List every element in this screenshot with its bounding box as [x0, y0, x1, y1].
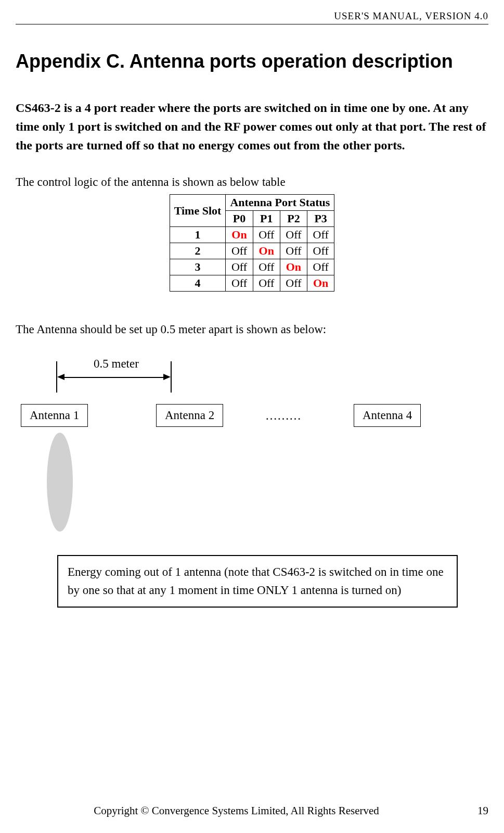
cell: On — [280, 259, 307, 275]
page-footer: Copyright © Convergence Systems Limited,… — [16, 804, 488, 817]
table-row: 4 Off Off Off On — [170, 275, 334, 292]
port-p1-header: P1 — [253, 211, 280, 227]
port-p2-header: P2 — [280, 211, 307, 227]
copyright-text: Copyright © Convergence Systems Limited,… — [16, 804, 457, 817]
table-row: 1 On Off Off Off — [170, 227, 334, 243]
cell: On — [253, 243, 280, 259]
setup-paragraph: The Antenna should be set up 0.5 meter a… — [16, 323, 488, 336]
slot-2: 2 — [170, 243, 226, 259]
time-slot-header: Time Slot — [170, 195, 226, 227]
energy-note-box: Energy coming out of 1 antenna (note tha… — [57, 555, 458, 608]
port-p0-header: P0 — [226, 211, 253, 227]
appendix-title: Appendix C. Antenna ports operation desc… — [16, 51, 488, 72]
antenna-1-box: Antenna 1 — [21, 404, 88, 427]
intro-paragraph: CS463-2 is a 4 port reader where the por… — [16, 98, 488, 155]
cell: Off — [280, 227, 307, 243]
slot-3: 3 — [170, 259, 226, 275]
dim-tick-right — [171, 361, 172, 393]
slot-4: 4 — [170, 275, 226, 292]
cell: Off — [226, 259, 253, 275]
port-status-header: Antenna Port Status — [226, 195, 334, 211]
slot-1: 1 — [170, 227, 226, 243]
energy-blob-icon — [47, 433, 73, 532]
cell: Off — [253, 227, 280, 243]
table-row: 3 Off Off On Off — [170, 259, 334, 275]
cell: Off — [280, 243, 307, 259]
cell: Off — [226, 243, 253, 259]
cell: On — [226, 227, 253, 243]
cell: Off — [280, 275, 307, 292]
page-number: 19 — [457, 804, 488, 817]
page-header: USER'S MANUAL, VERSION 4.0 — [16, 10, 488, 24]
dots-label: ……… — [265, 409, 301, 423]
cell: Off — [307, 243, 334, 259]
table-row: 2 Off On Off Off — [170, 243, 334, 259]
cell: Off — [226, 275, 253, 292]
cell: Off — [253, 259, 280, 275]
dimension-line — [63, 377, 165, 378]
cell: Off — [253, 275, 280, 292]
control-paragraph: The control logic of the antenna is show… — [16, 175, 488, 189]
arrow-right-icon — [163, 374, 171, 380]
cell: On — [307, 275, 334, 292]
cell: Off — [307, 227, 334, 243]
port-p3-header: P3 — [307, 211, 334, 227]
antenna-diagram: 0.5 meter Antenna 1 Antenna 2 ……… Antenn… — [16, 357, 488, 617]
distance-label: 0.5 meter — [94, 357, 139, 371]
antenna-port-table: Time Slot Antenna Port Status P0 P1 P2 P… — [170, 194, 335, 292]
antenna-4-box: Antenna 4 — [354, 404, 421, 427]
antenna-2-box: Antenna 2 — [156, 404, 223, 427]
cell: Off — [307, 259, 334, 275]
